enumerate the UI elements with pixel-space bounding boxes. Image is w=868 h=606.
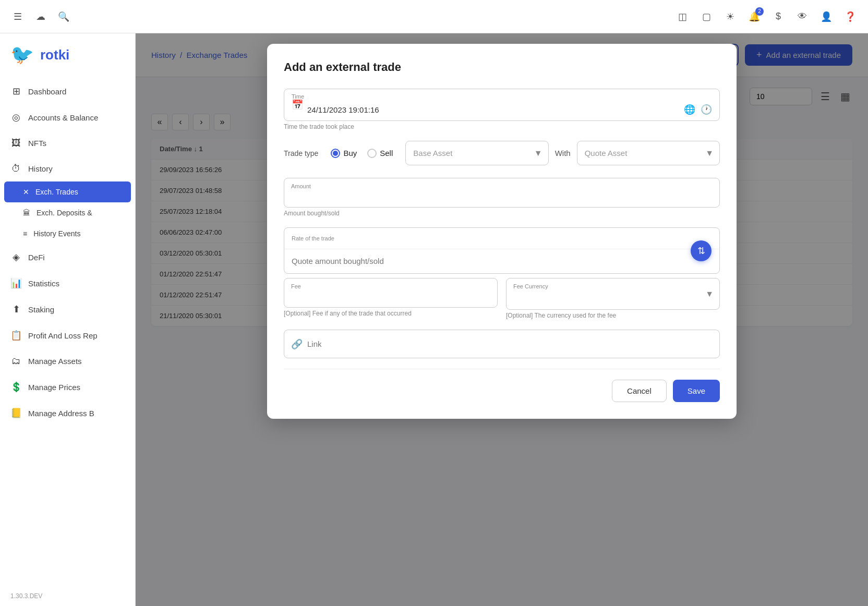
link-icon: 🔗 (291, 338, 303, 350)
pnl-icon: 📋 (10, 330, 22, 341)
manage-assets-icon: 🗂 (10, 356, 22, 367)
logo-icon: 🐦 (10, 44, 34, 66)
radio-sell-circle (367, 149, 377, 158)
time-field-group: Time 📅 24/11/2023 19:01:16 🌐 🕐 Time the (284, 89, 720, 130)
calendar-icon: 📅 (292, 99, 303, 111)
asset-selects: Base Asset ▼ With Quote Asset ▼ (405, 141, 720, 165)
fee-group: Fee [Optional] Fee if any of the trade t… (284, 278, 498, 319)
top-nav-left: ☰ ☁ 🔍 (10, 9, 71, 24)
amount-input[interactable] (284, 178, 720, 208)
bell-icon[interactable]: 🔔 2 (747, 9, 762, 24)
fee-currency-select[interactable] (506, 278, 720, 310)
sidebar-item-history[interactable]: ⏱ History (0, 156, 135, 181)
nfts-icon: 🖼 (10, 138, 22, 149)
trade-type-radio-group: Buy Sell (331, 149, 393, 158)
menu-icon[interactable]: ☰ (10, 9, 25, 24)
fee-input[interactable] (284, 278, 498, 308)
time-actions: 🌐 🕐 (684, 104, 712, 115)
rate-wrap: Rate of the trade (284, 227, 720, 274)
fee-row: Fee [Optional] Fee if any of the trade t… (284, 278, 720, 330)
help-icon[interactable]: ❓ (843, 9, 858, 24)
quote-asset-select[interactable]: Quote Asset (577, 141, 720, 165)
modal-overlay: Add an external trade Time 📅 24/11/2023 … (136, 33, 868, 606)
globe-icon[interactable]: 🌐 (684, 104, 695, 115)
sidebar-item-staking[interactable]: ⬆ Staking (0, 296, 135, 322)
rate-section: Rate of the trade ⇅ (284, 227, 720, 274)
manage-prices-icon: 💲 (10, 381, 22, 393)
rate-upper: Rate of the trade (284, 228, 719, 249)
app-logo: 🐦 rotki (0, 33, 135, 78)
sidebar-item-nfts[interactable]: 🖼 NFTs (0, 130, 135, 156)
dollar-icon[interactable]: $ (771, 9, 786, 24)
fee-currency-wrap: Fee Currency ▼ (506, 278, 720, 310)
cancel-button[interactable]: Cancel (612, 380, 667, 402)
history-events-icon: ≡ (23, 229, 27, 238)
manage-address-icon: 📒 (10, 407, 22, 419)
swap-icon: ⇅ (697, 245, 705, 257)
radio-sell[interactable]: Sell (367, 149, 393, 158)
with-label: With (555, 149, 571, 157)
search-icon[interactable]: 🔍 (56, 9, 71, 24)
amount-hint: Amount bought/sold (284, 210, 720, 217)
radio-buy-label: Buy (343, 149, 357, 157)
rate-lower (284, 249, 719, 273)
sidebar-item-statistics[interactable]: 📊 Statistics (0, 270, 135, 296)
modal-footer: Cancel Save (284, 369, 720, 402)
sidebar-item-defi[interactable]: ◈ DeFi (0, 244, 135, 270)
notification-badge: 2 (755, 7, 764, 16)
trade-type-label: Trade type (284, 149, 318, 157)
cloud-icon[interactable]: ☁ (33, 9, 48, 24)
link-group: 🔗 (284, 330, 720, 358)
sidebar-item-manage-address[interactable]: 📒 Manage Address B (0, 400, 135, 426)
history-icon: ⏱ (10, 163, 22, 174)
clock-icon[interactable]: 🕐 (701, 104, 712, 115)
trade-type-row: Trade type Buy Sell (284, 141, 720, 165)
statistics-icon: 📊 (10, 277, 22, 289)
exch-trades-icon: ✕ (23, 188, 29, 196)
rate-label: Rate of the trade (292, 235, 712, 241)
app-version: 1.30.3.DEV (0, 586, 135, 606)
sidebar-item-manage-assets[interactable]: 🗂 Manage Assets (0, 348, 135, 374)
save-button[interactable]: Save (673, 380, 720, 402)
add-trade-modal: Add an external trade Time 📅 24/11/2023 … (267, 44, 737, 419)
fee-hint: [Optional] Fee if any of the trade that … (284, 310, 498, 317)
radio-buy-circle (331, 149, 340, 158)
monitor-icon[interactable]: ◫ (675, 9, 690, 24)
eye-icon[interactable]: 👁 (795, 9, 810, 24)
defi-icon: ◈ (10, 251, 22, 263)
link-input[interactable] (284, 330, 720, 358)
user-icon[interactable]: 👤 (819, 9, 834, 24)
sidebar-item-exch-trades[interactable]: ✕ Exch. Trades (4, 181, 131, 202)
app-name: rotki (40, 47, 69, 63)
base-asset-select[interactable]: Base Asset (405, 141, 548, 165)
browser-icon[interactable]: ▢ (699, 9, 714, 24)
top-nav: ☰ ☁ 🔍 ◫ ▢ ☀ 🔔 2 $ 👁 👤 ❓ (0, 0, 868, 33)
dashboard-icon: ⊞ (10, 86, 22, 97)
sidebar-item-manage-prices[interactable]: 💲 Manage Prices (0, 374, 135, 400)
radio-buy-dot (333, 151, 338, 156)
base-asset-wrap: Base Asset ▼ (405, 141, 548, 165)
radio-sell-label: Sell (380, 149, 393, 157)
sidebar-item-dashboard[interactable]: ⊞ Dashboard (0, 78, 135, 104)
time-field-wrap: Time 📅 24/11/2023 19:01:16 🌐 🕐 (284, 89, 720, 121)
sidebar-item-accounts[interactable]: ◎ Accounts & Balance (0, 104, 135, 130)
time-field-inner: 📅 24/11/2023 19:01:16 🌐 🕐 (284, 89, 719, 120)
content-area: History / Exchange Trades ↻ Refresh + Ad… (136, 33, 868, 606)
amount-field-group: Amount Amount bought/sold (284, 178, 720, 217)
time-hint: Time the trade took place (284, 123, 720, 130)
radio-buy[interactable]: Buy (331, 149, 357, 158)
sidebar-item-history-events[interactable]: ≡ History Events (0, 223, 135, 244)
modal-title: Add an external trade (284, 60, 720, 74)
quote-amount-input[interactable] (292, 257, 712, 265)
amount-wrap: Amount (284, 178, 720, 208)
sidebar-item-exch-deposits[interactable]: 🏛 Exch. Deposits & (0, 202, 135, 223)
link-wrap: 🔗 (284, 330, 720, 358)
swap-button[interactable]: ⇅ (691, 240, 712, 261)
accounts-icon: ◎ (10, 112, 22, 123)
sun-icon[interactable]: ☀ (723, 9, 738, 24)
fee-wrap: Fee (284, 278, 498, 308)
fee-currency-hint: [Optional] The currency used for the fee (506, 312, 720, 319)
sidebar: 🐦 rotki ⊞ Dashboard ◎ Accounts & Balance… (0, 33, 136, 606)
main-layout: 🐦 rotki ⊞ Dashboard ◎ Accounts & Balance… (0, 33, 868, 606)
sidebar-item-pnl[interactable]: 📋 Profit And Loss Rep (0, 322, 135, 348)
